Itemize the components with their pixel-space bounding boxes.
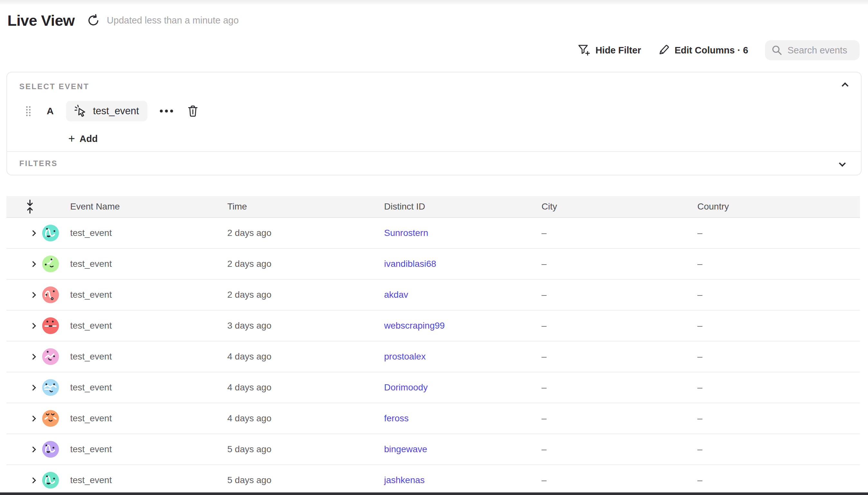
- hide-filter-label: Hide Filter: [595, 45, 641, 56]
- table-row: test_event 4 days ago prostoalex – –: [6, 341, 860, 372]
- filter-plus-icon: [578, 45, 590, 56]
- time-cell: 3 days ago: [227, 321, 384, 331]
- table-body: test_event 2 days ago Sunrostern – – tes…: [6, 218, 860, 495]
- chevron-right-icon: [30, 323, 36, 329]
- country-cell: –: [697, 413, 860, 424]
- distinct-id-link[interactable]: akdav: [384, 290, 408, 300]
- expand-row-button[interactable]: [6, 262, 40, 266]
- expand-row-button[interactable]: [6, 293, 40, 297]
- distinct-id-link[interactable]: feross: [384, 413, 409, 423]
- user-avatar: [42, 256, 59, 272]
- table-row: test_event 2 days ago akdav – –: [6, 280, 860, 311]
- chevron-right-icon: [30, 415, 36, 421]
- event-name-cell: test_event: [70, 444, 227, 455]
- event-row: A test_event: [19, 101, 861, 121]
- time-cell: 4 days ago: [227, 352, 384, 362]
- filters-section[interactable]: FILTERS: [19, 152, 846, 175]
- table-row: test_event 4 days ago Dorimoody – –: [6, 372, 860, 403]
- country-cell: –: [697, 475, 860, 485]
- event-chip-label: test_event: [93, 105, 139, 117]
- expand-row-button[interactable]: [6, 478, 40, 482]
- expand-row-button[interactable]: [6, 386, 40, 390]
- event-name-cell: test_event: [70, 413, 227, 424]
- country-cell: –: [697, 382, 860, 393]
- collapse-rows-button[interactable]: [6, 199, 40, 214]
- bottom-edge-strip: [0, 492, 868, 495]
- filters-label: FILTERS: [19, 159, 58, 168]
- column-header-country: Country: [697, 202, 860, 212]
- table-row: test_event 2 days ago ivandiblasi68 – –: [6, 249, 860, 280]
- time-cell: 2 days ago: [227, 290, 384, 300]
- expand-row-button[interactable]: [6, 355, 40, 359]
- distinct-id-link[interactable]: bingewave: [384, 444, 427, 454]
- select-event-section: SELECT EVENT A: [7, 72, 861, 144]
- city-cell: –: [542, 382, 697, 393]
- table-row: test_event 5 days ago bingewave – –: [6, 434, 860, 465]
- event-name-cell: test_event: [70, 259, 227, 269]
- pencil-icon: [658, 45, 669, 56]
- user-avatar: [42, 225, 59, 241]
- search-input[interactable]: [787, 45, 853, 56]
- distinct-id-link[interactable]: Dorimoody: [384, 382, 428, 392]
- expand-row-button[interactable]: [6, 324, 40, 328]
- city-cell: –: [542, 259, 697, 269]
- chevron-right-icon: [30, 230, 36, 236]
- country-cell: –: [697, 352, 860, 362]
- country-cell: –: [697, 228, 860, 238]
- refresh-icon: [87, 14, 100, 27]
- time-cell: 4 days ago: [227, 382, 384, 393]
- hide-filter-button[interactable]: Hide Filter: [578, 45, 641, 56]
- collapse-select-event-button[interactable]: [841, 83, 846, 89]
- column-header-event-name: Event Name: [70, 202, 227, 212]
- city-cell: –: [542, 321, 697, 331]
- event-name-cell: test_event: [70, 382, 227, 393]
- distinct-id-link[interactable]: ivandiblasi68: [384, 259, 436, 269]
- last-updated-text: Updated less than a minute ago: [107, 15, 239, 26]
- time-cell: 4 days ago: [227, 413, 384, 424]
- city-cell: –: [542, 352, 697, 362]
- city-cell: –: [542, 413, 697, 424]
- time-cell: 5 days ago: [227, 444, 384, 455]
- expand-row-button[interactable]: [6, 416, 40, 421]
- city-cell: –: [542, 444, 697, 455]
- search-box[interactable]: [765, 40, 860, 60]
- add-event-button[interactable]: + Add: [68, 133, 98, 144]
- city-cell: –: [542, 475, 697, 485]
- event-chip[interactable]: test_event: [66, 101, 148, 121]
- time-cell: 2 days ago: [227, 228, 384, 238]
- distinct-id-link[interactable]: Sunrostern: [384, 228, 428, 238]
- overflow-icon[interactable]: [159, 109, 174, 113]
- chevron-right-icon: [30, 446, 36, 452]
- toolbar: Hide Filter Edit Columns · 6: [578, 40, 860, 61]
- country-cell: –: [697, 290, 860, 300]
- event-name-cell: test_event: [70, 352, 227, 362]
- column-header-distinct-id: Distinct ID: [384, 202, 542, 212]
- drag-handle-icon[interactable]: [25, 106, 31, 117]
- time-cell: 5 days ago: [227, 475, 384, 485]
- refresh-button[interactable]: [87, 14, 100, 27]
- distinct-id-link[interactable]: prostoalex: [384, 352, 426, 361]
- page-title: Live View: [7, 12, 75, 29]
- collapse-rows-icon: [24, 199, 35, 214]
- top-scroll-fade: [0, 0, 868, 4]
- edit-columns-button[interactable]: Edit Columns · 6: [658, 45, 748, 56]
- time-cell: 2 days ago: [227, 259, 384, 269]
- user-avatar: [42, 348, 59, 365]
- user-avatar: [42, 410, 59, 427]
- city-cell: –: [542, 290, 697, 300]
- table-row: test_event 3 days ago webscraping99 – –: [6, 311, 860, 341]
- plus-icon: +: [68, 133, 75, 144]
- user-avatar: [42, 317, 59, 334]
- chevron-right-icon: [30, 385, 36, 390]
- user-avatar: [42, 472, 59, 489]
- chevron-down-icon: [839, 160, 846, 167]
- table-row: test_event 2 days ago Sunrostern – –: [6, 218, 860, 249]
- expand-row-button[interactable]: [6, 447, 40, 451]
- event-letter-label: A: [47, 106, 54, 117]
- distinct-id-link[interactable]: jashkenas: [384, 475, 425, 485]
- select-event-label: SELECT EVENT: [19, 82, 861, 91]
- events-table: Event Name Time Distinct ID City Country…: [6, 196, 860, 495]
- expand-row-button[interactable]: [6, 231, 40, 235]
- trash-icon[interactable]: [188, 105, 198, 117]
- distinct-id-link[interactable]: webscraping99: [384, 321, 445, 330]
